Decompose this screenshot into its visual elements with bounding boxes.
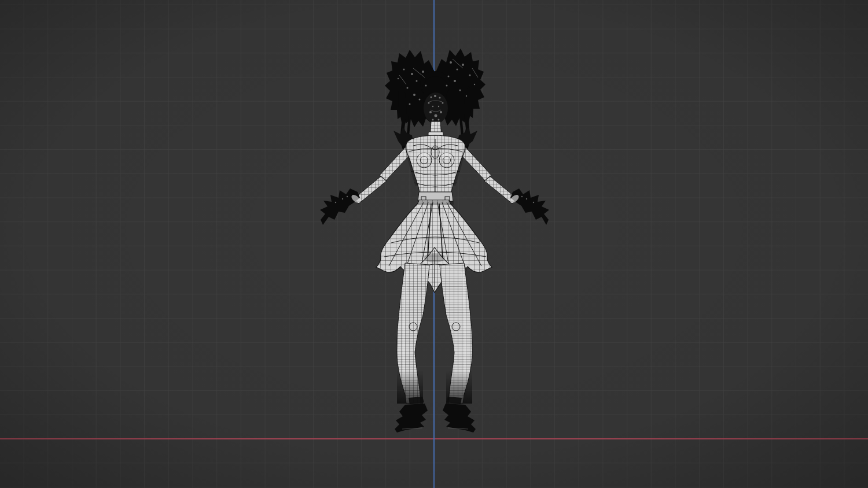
panel-shadow [424, 253, 445, 263]
face [424, 93, 448, 124]
skirt-top-shadow [418, 201, 454, 205]
3d-viewport[interactable] [0, 0, 868, 488]
chest-highlight-left [418, 152, 430, 159]
chest-highlight-right [441, 152, 453, 159]
viewport-canvas[interactable] [0, 0, 868, 488]
